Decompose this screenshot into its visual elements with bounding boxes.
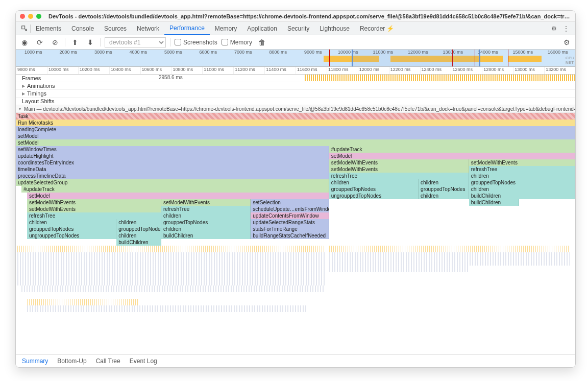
tab-security[interactable]: Security (282, 22, 314, 35)
clear-icon[interactable]: ⊘ (50, 38, 61, 46)
flame-bar[interactable]: setModel (27, 193, 329, 199)
flame-bar[interactable]: setModel (329, 153, 575, 159)
tab-memory[interactable]: Memory (210, 22, 242, 35)
flame-bar[interactable]: updateSelectedRangeStats (251, 219, 329, 226)
flame-bar[interactable]: setModelWithEvents (329, 159, 469, 166)
expand-arrow-icon[interactable]: ▶ (22, 91, 25, 96)
upload-icon[interactable]: ⬆ (69, 38, 81, 46)
flame-bar[interactable]: buildChildren (469, 193, 575, 199)
overview-timeline[interactable]: 1000 ms2000 ms3000 ms4000 ms5000 ms6000 … (16, 50, 575, 67)
flame-bar[interactable]: grouppedTopNodes (161, 219, 251, 226)
memory-checkbox[interactable]: Memory (222, 39, 252, 46)
flame-bar[interactable]: grouppedTopNodes (469, 179, 575, 186)
flame-bar[interactable]: children (469, 186, 575, 193)
titlebar: DevTools - devtools://devtools/bundled/d… (16, 11, 575, 22)
flame-bar[interactable]: refreshTree (161, 206, 251, 212)
flame-bar[interactable]: setModelWithEvents (469, 159, 575, 166)
flame-bar[interactable]: children (329, 179, 419, 186)
flame-bar (16, 239, 27, 246)
details-tab-call-tree[interactable]: Call Tree (96, 358, 120, 365)
tab-elements[interactable]: Elements (31, 22, 66, 35)
record-icon[interactable]: ◉ (19, 38, 30, 46)
track-timings[interactable]: ▶Timings (16, 90, 575, 98)
details-tab-summary[interactable]: Summary (22, 358, 48, 365)
tab-application[interactable]: Application (242, 22, 282, 35)
track-animations[interactable]: ▶Animations (16, 82, 575, 90)
flame-bar[interactable]: setModelWithEvents (27, 199, 161, 206)
flame-bar (16, 193, 27, 199)
flame-bar[interactable]: statsForTimeRange (251, 226, 329, 232)
flame-bar[interactable]: children (116, 219, 161, 226)
expand-arrow-icon[interactable]: ▶ (22, 84, 25, 88)
tab-performance[interactable]: Performance (164, 22, 210, 35)
flame-bar[interactable]: refreshTree (27, 212, 161, 219)
screenshots-checkbox[interactable]: Screenshots (175, 39, 217, 46)
ruler: 9800 ms10000 ms10200 ms10400 ms10600 ms1… (16, 67, 575, 75)
close-icon[interactable] (20, 14, 25, 19)
tab-lighthouse[interactable]: Lighthouse (314, 22, 355, 35)
flame-bar[interactable]: children (469, 173, 575, 179)
flame-bar[interactable]: children (116, 232, 161, 239)
flame-bar[interactable]: setModelWithEvents (161, 199, 251, 206)
flame-bar[interactable]: setModel (16, 133, 575, 139)
trash-icon[interactable]: 🗑 (256, 38, 267, 46)
flame-bar[interactable]: setModelWithEvents (27, 206, 161, 212)
download-icon[interactable]: ⬇ (85, 38, 96, 46)
track-layout-shifts[interactable]: Layout Shifts (16, 98, 575, 105)
flame-bar[interactable]: buildChildren (116, 239, 161, 246)
flame-bar[interactable]: refreshTree (329, 173, 469, 179)
flame-bar[interactable]: Task (16, 113, 575, 120)
flame-bar[interactable]: setWindowTimes (16, 146, 329, 153)
flame-bar[interactable]: setModel (16, 139, 575, 146)
tab-network[interactable]: Network (132, 22, 164, 35)
settings-gear-icon[interactable]: ⚙ (561, 38, 572, 46)
tab-console[interactable]: Console (66, 22, 99, 35)
flame-bar[interactable]: children (161, 212, 251, 219)
flame-bar[interactable]: processTimelineData (16, 173, 329, 179)
flame-bar[interactable]: setModelWithEvents (329, 166, 469, 173)
flame-bar[interactable]: scheduleUpdate…entsFromWindow (251, 206, 329, 212)
flame-bar[interactable]: Run Microtasks (16, 120, 575, 126)
tracks-pane[interactable]: Frames2958.6 ms▶Animations▶TimingsLayout… (16, 75, 575, 354)
context-select[interactable]: devtools #1 (105, 37, 166, 47)
more-icon[interactable]: ⋮ (560, 25, 572, 32)
flame-bar[interactable]: loadingComplete (16, 126, 575, 133)
minimize-icon[interactable] (28, 14, 33, 19)
flame-bar[interactable]: setSelection (251, 199, 329, 206)
tab-recorder[interactable]: Recorder ⚡ (355, 22, 399, 35)
flame-bar[interactable]: grouppedTopNodes (27, 226, 116, 232)
flame-bar[interactable]: buildChildren (161, 232, 251, 239)
tab-sources[interactable]: Sources (99, 22, 132, 35)
flame-bar[interactable]: children (419, 193, 469, 199)
flame-bar[interactable]: children (161, 226, 251, 232)
flame-bar[interactable]: timelineData (16, 166, 329, 173)
maximize-icon[interactable] (36, 14, 41, 19)
reload-icon[interactable]: ⟳ (34, 38, 45, 46)
flame-bar[interactable]: children (27, 219, 116, 226)
flame-bar[interactable]: ungrouppedTopNodes (329, 193, 419, 199)
flame-bar[interactable]: ungrouppedTopNodes (27, 232, 116, 239)
flame-bar[interactable]: #updateTrack (21, 186, 329, 193)
flame-bar[interactable]: #updateTrack (329, 146, 575, 153)
details-tab-bottom-up[interactable]: Bottom-Up (57, 358, 86, 365)
flame-bar[interactable]: grouppedTopNodes (116, 226, 161, 232)
flame-bar[interactable]: buildChildren (469, 199, 520, 206)
flame-bar[interactable]: children (419, 179, 469, 186)
flame-bar[interactable]: updateHighlight (16, 153, 329, 159)
flame-bar[interactable]: buildRangeStatsCacheIfNeeded (251, 232, 329, 239)
flame-bar[interactable]: updateContentsFromWindow (251, 212, 329, 219)
flame-bar (16, 206, 27, 212)
devtools-window: DevTools - devtools://devtools/bundled/d… (15, 10, 576, 368)
overview-labels: CPU NET (566, 56, 574, 65)
flame-bar[interactable]: updateSelectedGroup (16, 179, 329, 186)
settings-icon[interactable]: ⚙ (548, 25, 560, 32)
details-tab-event-log[interactable]: Event Log (130, 358, 157, 365)
main-thread-header[interactable]: ▼Main — devtools://devtools/bundled/devt… (16, 105, 575, 113)
flame-chart[interactable]: TaskRun MicrotasksloadingCompletesetMode… (16, 113, 575, 246)
flame-bar[interactable]: coordinatesToEntryIndex (16, 159, 329, 166)
inspect-icon[interactable] (19, 25, 30, 32)
flame-bar[interactable]: grouppedTopNodes (419, 186, 469, 193)
flame-bar[interactable]: grouppedTopNodes (329, 186, 419, 193)
track-frames[interactable]: Frames2958.6 ms (16, 75, 575, 82)
flame-bar[interactable]: refreshTree (469, 166, 575, 173)
